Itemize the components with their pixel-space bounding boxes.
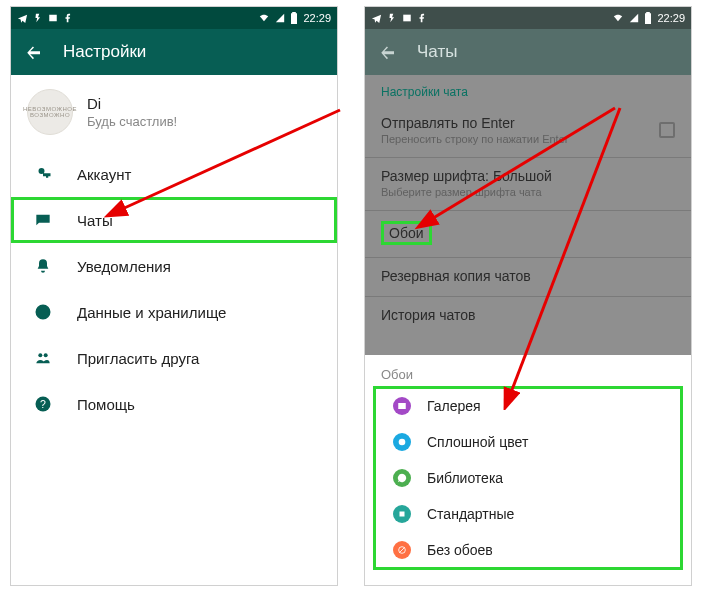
signal-icon: [275, 13, 285, 23]
settings-menu: Аккаунт Чаты Уведомления Данные и хранил…: [11, 151, 337, 427]
sheet-item-none[interactable]: Без обоев: [373, 532, 683, 568]
phone-screenshot-right: 22:29 Чаты Настройки чата Отправлять по …: [364, 6, 692, 586]
status-bar: 22:29: [365, 7, 691, 29]
checkbox[interactable]: [659, 122, 675, 138]
battery-icon: [644, 12, 652, 24]
telegram-icon: [17, 13, 28, 24]
signal-icon: [629, 13, 639, 23]
palette-icon: [393, 433, 411, 451]
menu-item-label: Уведомления: [77, 258, 171, 275]
sheet-item-label: Библиотека: [427, 470, 503, 486]
row-title: Отправлять по Enter: [381, 115, 568, 131]
sheet-item-label: Сплошной цвет: [427, 434, 528, 450]
row-title: Резервная копия чатов: [381, 268, 531, 284]
menu-item-label: Аккаунт: [77, 166, 131, 183]
appbar-title: Чаты: [417, 42, 457, 62]
wallpaper-sheet: Обои Галерея Сплошной цвет Библиотека Ст…: [365, 355, 691, 586]
none-icon: [393, 541, 411, 559]
status-bar: 22:29: [11, 7, 337, 29]
sheet-title: Обои: [365, 355, 691, 386]
flash-icon: [33, 13, 43, 23]
phone-screenshot-left: 22:29 Настройки НЕВОЗМОЖНОЕ ВОЗМОЖНО Di …: [10, 6, 338, 586]
menu-item-data[interactable]: Данные и хранилище: [11, 289, 337, 335]
section-label: Настройки чата: [365, 75, 691, 105]
battery-icon: [290, 12, 298, 24]
profile-row[interactable]: НЕВОЗМОЖНОЕ ВОЗМОЖНО Di Будь счастлив!: [11, 75, 337, 151]
sheet-item-label: Галерея: [427, 398, 481, 414]
sheet-item-label: Стандартные: [427, 506, 514, 522]
menu-item-label: Чаты: [77, 212, 113, 229]
facebook-icon: [417, 13, 427, 23]
menu-item-label: Данные и хранилище: [77, 304, 226, 321]
image-icon: [402, 13, 412, 23]
flash-icon: [387, 13, 397, 23]
facebook-icon: [63, 13, 73, 23]
back-icon[interactable]: [25, 43, 43, 61]
row-send-on-enter[interactable]: Отправлять по Enter Переносить строку по…: [365, 105, 691, 158]
avatar: НЕВОЗМОЖНОЕ ВОЗМОЖНО: [27, 89, 73, 135]
sheet-item-library[interactable]: Библиотека: [373, 460, 683, 496]
app-bar: Чаты: [365, 29, 691, 75]
row-font-size[interactable]: Размер шрифта: Большой Выберите размер ш…: [365, 158, 691, 211]
app-bar: Настройки: [11, 29, 337, 75]
telegram-icon: [371, 13, 382, 24]
wifi-icon: [258, 13, 270, 23]
menu-item-notifications[interactable]: Уведомления: [11, 243, 337, 289]
sheet-item-default[interactable]: Стандартные: [373, 496, 683, 532]
image-icon: [48, 13, 58, 23]
whatsapp-icon: [393, 469, 411, 487]
menu-item-label: Помощь: [77, 396, 135, 413]
svg-point-2: [44, 353, 48, 357]
wifi-icon: [612, 13, 624, 23]
row-backup[interactable]: Резервная копия чатов: [365, 258, 691, 297]
svg-text:?: ?: [40, 398, 46, 410]
data-icon: [33, 302, 53, 322]
svg-line-8: [400, 548, 405, 553]
gallery-icon: [393, 397, 411, 415]
sheet-item-solid[interactable]: Сплошной цвет: [373, 424, 683, 460]
chat-icon: [33, 210, 53, 230]
svg-point-1: [38, 353, 42, 357]
row-wallpaper[interactable]: Обои: [365, 211, 691, 258]
menu-item-help[interactable]: ? Помощь: [11, 381, 337, 427]
row-history[interactable]: История чатов: [365, 297, 691, 335]
key-icon: [33, 164, 53, 184]
profile-status: Будь счастлив!: [87, 114, 177, 129]
row-title: История чатов: [381, 307, 475, 323]
row-subtitle: Переносить строку по нажатии Enter: [381, 133, 568, 145]
default-icon: [393, 505, 411, 523]
menu-item-chats[interactable]: Чаты: [11, 197, 337, 243]
menu-item-label: Пригласить друга: [77, 350, 199, 367]
row-subtitle: Выберите размер шрифта чата: [381, 186, 552, 198]
help-icon: ?: [33, 394, 53, 414]
appbar-title: Настройки: [63, 42, 146, 62]
row-title: Обои: [381, 221, 432, 245]
svg-rect-6: [400, 512, 405, 517]
back-icon[interactable]: [379, 43, 397, 61]
sheet-item-gallery[interactable]: Галерея: [373, 388, 683, 424]
svg-point-5: [399, 439, 406, 446]
sheet-item-label: Без обоев: [427, 542, 493, 558]
people-icon: [33, 348, 53, 368]
bell-icon: [33, 256, 53, 276]
row-title: Размер шрифта: Большой: [381, 168, 552, 184]
status-time: 22:29: [303, 12, 331, 24]
menu-item-account[interactable]: Аккаунт: [11, 151, 337, 197]
menu-item-invite[interactable]: Пригласить друга: [11, 335, 337, 381]
status-time: 22:29: [657, 12, 685, 24]
profile-name: Di: [87, 95, 177, 112]
